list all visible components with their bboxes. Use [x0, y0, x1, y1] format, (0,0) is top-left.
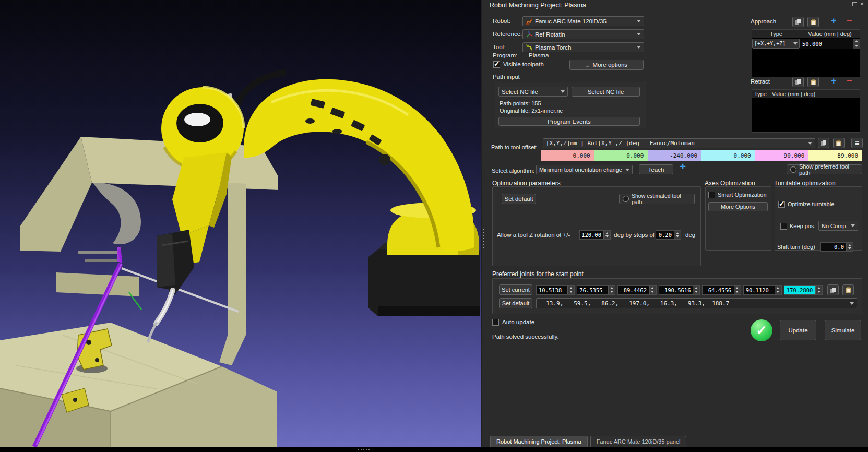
spinner[interactable]	[603, 231, 610, 239]
joint-3-field[interactable]: -89.4462	[617, 285, 656, 295]
robot-select[interactable]: Fanuc ARC Mate 120iD/35	[522, 16, 644, 26]
nc-file-dropdown-value: Select NC file	[502, 89, 538, 95]
teach-button[interactable]: Teach	[639, 164, 673, 174]
solved-check-icon: ✓	[751, 319, 772, 341]
tool-select[interactable]: Plasma Torch	[522, 42, 644, 52]
path-points-text: Path points: 155	[500, 100, 541, 106]
splitter-handle[interactable]	[483, 229, 484, 248]
algorithm-add-button[interactable]: +	[680, 162, 686, 171]
visible-toolpath-checkbox[interactable]	[493, 61, 500, 68]
robot-label: Robot:	[493, 18, 510, 24]
copy-icon	[821, 140, 827, 146]
spinner[interactable]	[775, 286, 781, 294]
close-panel-icon[interactable]: ✕	[860, 2, 864, 7]
spinner[interactable]	[674, 231, 681, 239]
offset-value-y[interactable]: 0.000	[594, 150, 648, 161]
joint-values-row: 10.5138 76.5355 -89.4462 -190.5616 -64.4…	[536, 285, 823, 295]
offset-value-z[interactable]: -240.000	[648, 150, 701, 161]
auto-update-checkbox[interactable]	[492, 319, 499, 326]
approach-value-field[interactable]: 50.000	[800, 39, 860, 49]
joint-7-field[interactable]: 170.2800	[784, 285, 823, 295]
joint-6-field[interactable]: 90.1120	[743, 285, 782, 295]
program-events-button[interactable]: Program Events	[498, 117, 640, 126]
radio-icon	[623, 196, 629, 202]
bottom-splitter-handle[interactable]	[358, 449, 370, 450]
joint-2-field[interactable]: 76.5355	[577, 285, 615, 295]
set-current-button[interactable]: Set current	[499, 284, 532, 295]
offset-format-dropdown[interactable]: [X,Y,Z]mm | Rot[X,Y ,Z ]deg - Fanuc/Moto…	[543, 138, 815, 148]
joints-default-dropdown[interactable]: 13.9, 59.5, -86.2, -197.0, -16.3, 93.3, …	[536, 298, 857, 308]
keep-pos-checkbox[interactable]	[780, 223, 787, 230]
spinner[interactable]	[567, 286, 574, 294]
float-panel-icon[interactable]	[852, 2, 857, 6]
deg-suffix-label: deg	[685, 232, 695, 238]
offset-value-ry[interactable]: 90.000	[755, 150, 809, 161]
spinner[interactable]	[815, 286, 822, 294]
offset-menu-button[interactable]: ≡	[851, 138, 863, 148]
retract-paste-button[interactable]	[807, 77, 819, 87]
offset-paste-button[interactable]	[833, 138, 845, 148]
offset-value-rx[interactable]: 0.000	[701, 150, 755, 161]
show-preferred-toolpath-toggle[interactable]: Show preferred tool path	[787, 164, 862, 174]
joint-6-value: 90.1120	[744, 286, 775, 294]
reference-select[interactable]: Ref Rotatin	[522, 29, 644, 39]
axes-more-options-button[interactable]: More Options	[708, 202, 768, 211]
rotation-value-field[interactable]: 120.00	[579, 230, 611, 240]
step-value-text: 0.20	[656, 231, 674, 239]
approach-copy-button[interactable]	[792, 17, 804, 27]
program-events-label: Program Events	[548, 118, 590, 125]
spinner[interactable]	[853, 39, 860, 49]
offset-copy-button[interactable]	[818, 138, 829, 148]
spinner[interactable]	[734, 286, 741, 294]
spinner[interactable]	[693, 286, 699, 294]
retract-add-button[interactable]: +	[831, 76, 837, 86]
joints-paste-button[interactable]	[842, 284, 854, 295]
retract-table-header: Type Value (mm | deg)	[752, 89, 860, 98]
retract-copy-button[interactable]	[792, 77, 804, 87]
approach-label: Approach	[751, 18, 776, 25]
update-button[interactable]: Update	[780, 320, 816, 340]
joint-4-field[interactable]: -190.5616	[659, 285, 700, 295]
step-value-field[interactable]: 0.20	[656, 230, 681, 240]
select-nc-file-button[interactable]: Select NC file	[572, 87, 640, 97]
approach-type-dropdown[interactable]: [+X,+Y,+Z]	[752, 39, 800, 49]
spinner[interactable]	[846, 243, 853, 251]
retract-remove-button[interactable]: −	[847, 76, 852, 86]
update-label: Update	[788, 327, 807, 334]
tab-robot-panel[interactable]: Fanuc ARC Mate 120iD/35 panel	[590, 436, 687, 447]
joint-4-value: -190.5616	[659, 286, 693, 294]
spinner[interactable]	[649, 286, 656, 294]
show-preferred-label: Show preferred tool path	[799, 163, 859, 176]
tool-icon	[526, 44, 533, 51]
joint-1-field[interactable]: 10.5138	[536, 285, 575, 295]
compensation-dropdown[interactable]: No Comp.	[818, 221, 858, 231]
retract-col-type: Type	[754, 91, 767, 97]
nc-file-dropdown[interactable]: Select NC file	[498, 87, 568, 97]
optimize-turntable-checkbox[interactable]	[778, 201, 785, 208]
show-estimated-toolpath-toggle[interactable]: Show estimated tool path	[619, 194, 695, 204]
tab-robot-machining-project[interactable]: Robot Machining Project: Plasma	[490, 436, 588, 447]
retract-col-value: Value (mm | deg)	[772, 91, 815, 97]
algorithm-dropdown[interactable]: Minimum tool orientation change	[536, 165, 633, 174]
smart-optimization-checkbox[interactable]	[708, 192, 715, 198]
simulate-label: Simulate	[831, 327, 855, 334]
joint-5-field[interactable]: -64.4556	[702, 285, 741, 295]
opt-set-default-button[interactable]: Set default	[502, 194, 536, 204]
algorithm-value: Minimum tool orientation change	[539, 166, 622, 173]
more-options-button[interactable]: ≡ More options	[569, 60, 644, 70]
approach-paste-button[interactable]	[807, 17, 819, 27]
joints-copy-button[interactable]	[827, 284, 839, 295]
spinner[interactable]	[608, 286, 615, 294]
chevron-down-icon	[793, 42, 798, 45]
offset-value-rz[interactable]: 89.000	[808, 150, 862, 161]
offset-value-x[interactable]: 0.000	[541, 150, 594, 161]
optimization-section-label: Optimization parameters	[492, 180, 561, 187]
simulate-button[interactable]: Simulate	[825, 320, 861, 340]
3d-viewport[interactable]	[0, 0, 481, 447]
joint-2-value: 76.5355	[577, 286, 608, 294]
approach-add-button[interactable]: +	[831, 16, 837, 26]
panel-tab-bar: Robot Machining Project: Plasma Fanuc AR…	[482, 436, 868, 447]
shift-turn-field[interactable]: 0.0	[820, 242, 853, 252]
approach-remove-button[interactable]: −	[847, 16, 852, 26]
set-default-button[interactable]: Set default	[499, 298, 532, 308]
